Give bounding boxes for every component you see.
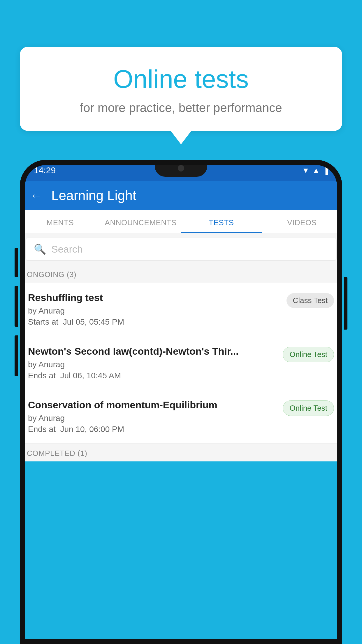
status-icons: ▼ ▲ ▐	[302, 166, 328, 175]
front-camera	[178, 165, 184, 172]
search-input[interactable]: Search	[51, 244, 83, 255]
phone-power-button	[344, 277, 347, 330]
test-info: Newton's Second law(contd)-Newton's Thir…	[28, 346, 277, 380]
test-list: Reshuffling test by Anurag Starts at Jul…	[20, 283, 342, 444]
phone-volume-up-button	[15, 286, 18, 327]
test-item[interactable]: Reshuffling test by Anurag Starts at Jul…	[20, 283, 342, 336]
test-item[interactable]: Newton's Second law(contd)-Newton's Thir…	[20, 336, 342, 390]
phone-volume-button	[15, 248, 18, 277]
status-bar: 14:29 ▼ ▲ ▐	[20, 160, 342, 181]
test-author: by Anurag	[28, 414, 277, 423]
search-icon: 🔍	[34, 243, 46, 255]
test-badge-online: Online Test	[283, 400, 334, 416]
test-name: Reshuffling test	[28, 292, 281, 303]
phone-notch	[155, 160, 207, 177]
battery-icon: ▐	[323, 166, 328, 175]
test-time: Ends at Jun 10, 06:00 PM	[28, 425, 277, 434]
tab-bar: MENTS ANNOUNCEMENTS TESTS VIDEOS	[20, 210, 342, 233]
test-item[interactable]: Conservation of momentum-Equilibrium by …	[20, 390, 342, 444]
test-author: by Anurag	[28, 306, 281, 316]
promo-title: Online tests	[34, 64, 328, 94]
test-name: Newton's Second law(contd)-Newton's Thir…	[28, 346, 277, 357]
test-author: by Anurag	[28, 360, 277, 369]
promo-card: Online tests for more practice, better p…	[20, 47, 342, 131]
status-time: 14:29	[34, 165, 56, 175]
test-info: Conservation of momentum-Equilibrium by …	[28, 399, 277, 434]
phone-content: 🔍 Search ONGOING (3) Reshuffling test by…	[20, 233, 342, 461]
app-header: ← Learning Light	[20, 181, 342, 210]
tab-tests[interactable]: TESTS	[181, 210, 262, 233]
test-time: Starts at Jul 05, 05:45 PM	[28, 317, 281, 327]
signal-icon: ▲	[312, 166, 320, 175]
app-title: Learning Light	[51, 188, 136, 203]
test-time: Ends at Jul 06, 10:45 AM	[28, 371, 277, 380]
tab-videos[interactable]: VIDEOS	[262, 210, 342, 233]
search-bar[interactable]: 🔍 Search	[26, 238, 336, 260]
wifi-icon: ▼	[302, 166, 310, 175]
tab-ments[interactable]: MENTS	[20, 210, 101, 233]
test-badge-class: Class Test	[287, 293, 334, 308]
test-info: Reshuffling test by Anurag Starts at Jul…	[28, 292, 281, 327]
tab-announcements[interactable]: ANNOUNCEMENTS	[101, 210, 181, 233]
phone-volume-down-button	[15, 335, 18, 376]
phone-screen: 14:29 ▼ ▲ ▐ ← Learning Light MENTS ANNOU…	[20, 160, 342, 644]
ongoing-section-header: ONGOING (3)	[20, 265, 342, 283]
back-button[interactable]: ←	[30, 189, 42, 202]
test-badge-online: Online Test	[283, 347, 334, 362]
completed-section-header: COMPLETED (1)	[20, 444, 342, 461]
test-name: Conservation of momentum-Equilibrium	[28, 399, 277, 411]
promo-subtitle: for more practice, better performance	[34, 101, 328, 115]
